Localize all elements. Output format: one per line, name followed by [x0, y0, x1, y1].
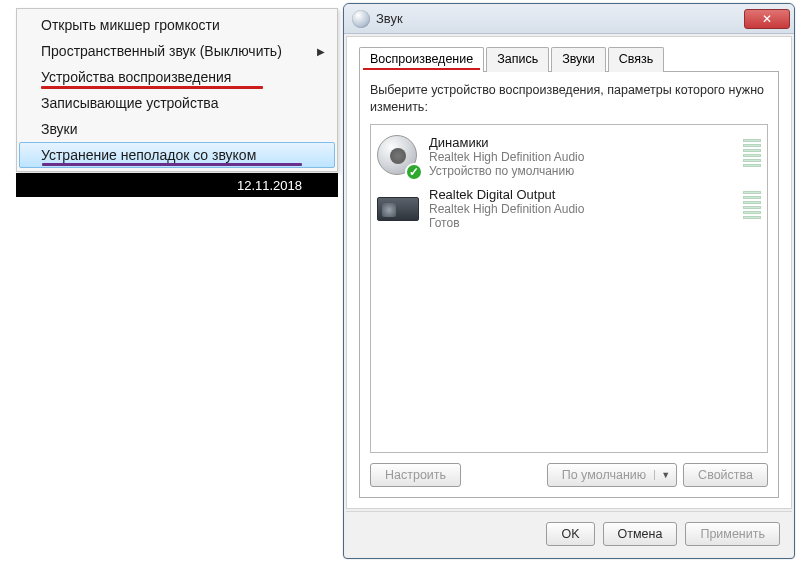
- configure-button[interactable]: Настроить: [370, 463, 461, 487]
- ctx-item-sounds[interactable]: Звуки: [19, 116, 335, 142]
- close-icon: ✕: [762, 12, 772, 26]
- tab-label: Звуки: [562, 52, 595, 66]
- annotation-underline-icon: [42, 163, 302, 166]
- tab-playback[interactable]: Воспроизведение: [359, 47, 484, 72]
- ctx-label: Устранение неполадок со звуком: [41, 147, 256, 163]
- dialog-body: Воспроизведение Запись Звуки Связь Выбер…: [346, 36, 792, 509]
- sound-icon: [352, 10, 370, 28]
- ctx-label: Записывающие устройства: [41, 95, 218, 111]
- sound-dialog: Звук ✕ Воспроизведение Запись Звуки Связ…: [343, 3, 795, 559]
- annotation-underline-icon: [363, 68, 480, 70]
- ok-button[interactable]: OK: [546, 522, 594, 546]
- ctx-label: Звуки: [41, 121, 78, 137]
- default-check-icon: ✓: [405, 163, 423, 181]
- device-status: Устройство по умолчанию: [429, 164, 584, 178]
- level-meter-icon: [743, 135, 761, 179]
- device-name: Динамики: [429, 135, 584, 150]
- device-list[interactable]: ✓ Динамики Realtek High Definition Audio…: [370, 124, 768, 453]
- ctx-item-spatial-sound[interactable]: Пространственный звук (Выключить) ▶: [19, 38, 335, 64]
- ctx-label: Открыть микшер громкости: [41, 17, 220, 33]
- device-item-speakers[interactable]: ✓ Динамики Realtek High Definition Audio…: [375, 131, 763, 183]
- tab-label: Запись: [497, 52, 538, 66]
- button-label: По умолчанию: [562, 468, 647, 482]
- device-status: Готов: [429, 216, 584, 230]
- instruction-text: Выберите устройство воспроизведения, пар…: [370, 82, 768, 116]
- tab-label: Воспроизведение: [370, 52, 473, 66]
- tab-communications[interactable]: Связь: [608, 47, 665, 72]
- tab-sounds[interactable]: Звуки: [551, 47, 606, 72]
- submenu-arrow-icon: ▶: [317, 46, 325, 57]
- set-default-button[interactable]: По умолчанию ▼: [547, 463, 677, 487]
- ctx-label: Устройства воспроизведения: [41, 69, 231, 85]
- device-item-digital-output[interactable]: Realtek Digital Output Realtek High Defi…: [375, 183, 763, 235]
- device-text: Realtek Digital Output Realtek High Defi…: [429, 187, 584, 231]
- context-menu: Открыть микшер громкости Пространственны…: [16, 8, 338, 172]
- taskbar-date: 12.11.2018: [237, 178, 302, 193]
- dialog-footer: OK Отмена Применить: [346, 511, 792, 556]
- device-name: Realtek Digital Output: [429, 187, 584, 202]
- ctx-label: Пространственный звук (Выключить): [41, 43, 282, 59]
- annotation-underline-icon: [41, 86, 263, 89]
- cancel-button[interactable]: Отмена: [603, 522, 678, 546]
- taskbar: 12.11.2018: [16, 173, 338, 197]
- ctx-item-recording-devices[interactable]: Записывающие устройства: [19, 90, 335, 116]
- device-driver: Realtek High Definition Audio: [429, 150, 584, 164]
- level-meter-icon: [743, 187, 761, 231]
- button-label: Применить: [700, 527, 765, 541]
- chevron-down-icon[interactable]: ▼: [654, 470, 670, 480]
- apply-button[interactable]: Применить: [685, 522, 780, 546]
- device-text: Динамики Realtek High Definition Audio У…: [429, 135, 584, 179]
- tab-label: Связь: [619, 52, 654, 66]
- window-title: Звук: [376, 11, 744, 26]
- button-label: Настроить: [385, 468, 446, 482]
- tabstrip: Воспроизведение Запись Звуки Связь: [359, 47, 779, 72]
- device-button-row: Настроить По умолчанию ▼ Свойства: [370, 463, 768, 487]
- tab-recording[interactable]: Запись: [486, 47, 549, 72]
- ctx-item-troubleshoot-sound[interactable]: Устранение неполадок со звуком: [19, 142, 335, 168]
- speaker-icon: ✓: [377, 135, 421, 179]
- button-label: OK: [561, 527, 579, 541]
- ctx-item-playback-devices[interactable]: Устройства воспроизведения: [19, 64, 335, 90]
- button-label: Отмена: [618, 527, 663, 541]
- ctx-item-volume-mixer[interactable]: Открыть микшер громкости: [19, 12, 335, 38]
- button-label: Свойства: [698, 468, 753, 482]
- properties-button[interactable]: Свойства: [683, 463, 768, 487]
- tab-pane-playback: Выберите устройство воспроизведения, пар…: [359, 71, 779, 498]
- close-button[interactable]: ✕: [744, 9, 790, 29]
- device-driver: Realtek High Definition Audio: [429, 202, 584, 216]
- titlebar[interactable]: Звук ✕: [344, 4, 794, 34]
- digital-output-icon: [377, 187, 421, 231]
